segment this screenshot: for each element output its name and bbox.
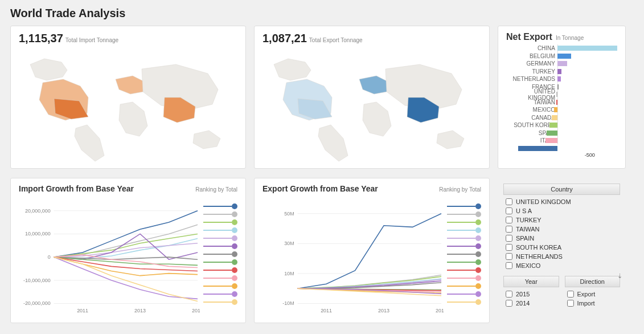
country-filter-label: TURKEY [516,217,542,223]
svg-text:-20,000,000: -20,000,000 [23,300,51,306]
import-growth-title: Import Growth from Base Year [19,184,134,193]
import-world-map[interactable] [19,48,237,162]
country-filter-checkbox[interactable] [506,262,512,269]
export-growth-ranking[interactable] [447,201,481,317]
export-growth-chart[interactable]: 50M30M10M-10M201120132015 [262,201,444,317]
country-filter-item[interactable]: NETHERLANDS [503,252,620,261]
country-filter-item[interactable]: U S A [503,206,620,215]
ranking-item[interactable] [203,291,237,297]
ranking-item[interactable] [447,275,481,281]
direction-filter-header[interactable]: Direction [565,276,621,287]
import-growth-card: Import Growth from Base Year Ranking by … [10,178,246,323]
scroll-down-icon[interactable]: ⇣ [617,272,622,280]
country-filter-label: MEXICO [516,262,540,269]
net-export-chart[interactable]: CHINABELGIUMGERMANYTURKEYNETHERLANDSFRAN… [506,44,617,152]
net-export-row[interactable]: NETHERLANDS [506,75,617,83]
country-filter-checkbox[interactable] [506,198,512,205]
export-growth-card: Export Growth from Base Year Ranking by … [254,178,490,323]
net-export-country-label: GERMANY [506,60,557,67]
year-filter-checkbox[interactable] [506,291,512,298]
country-filter-label: SOUTH KOREA [516,244,561,251]
ranking-item[interactable] [447,227,481,233]
country-filter-item[interactable]: UNITED KINGDOM [503,197,620,206]
direction-filter-item[interactable]: Export [565,290,621,299]
country-filter-item[interactable]: MEXICO [503,261,620,270]
svg-text:-10M: -10M [282,300,294,306]
net-export-row[interactable]: MEXICO [506,106,617,114]
svg-text:30M: 30M [284,241,294,246]
ranking-item[interactable] [203,267,237,273]
ranking-item[interactable] [203,259,237,265]
import-growth-ranking[interactable] [203,201,237,317]
direction-filter-checkbox[interactable] [567,291,574,298]
ranking-item[interactable] [447,251,481,257]
net-export-row[interactable]: TURKEY [506,68,617,76]
country-filter-item[interactable]: TURKEY [503,215,620,225]
net-export-row[interactable]: CANADA [506,114,617,122]
svg-text:2013: 2013 [378,308,389,313]
year-filter-item[interactable]: 2015 [503,290,559,299]
country-filter-checkbox[interactable] [506,253,512,260]
net-export-row[interactable]: BELGIUM [506,52,617,60]
country-filter-item[interactable]: TAIWAN [503,225,620,234]
net-export-row[interactable]: SOUTH KOREA [506,121,617,129]
ranking-item[interactable] [447,243,481,249]
country-filter-label: U S A [516,207,532,214]
ranking-item[interactable] [203,211,237,217]
country-filter-header[interactable]: Country [503,184,620,195]
ranking-item[interactable] [447,203,481,209]
net-export-row[interactable]: SPAIN [506,129,617,137]
net-export-row[interactable]: GERMANY [506,60,617,68]
ranking-item[interactable] [203,203,237,209]
ranking-item[interactable] [447,259,481,265]
direction-filter-item[interactable]: Import [565,299,621,308]
svg-text:2013: 2013 [134,308,146,313]
net-export-country-label: NETHERLANDS [506,76,557,82]
svg-text:0: 0 [48,254,51,260]
net-export-row[interactable]: CHINA [506,44,617,52]
country-filter-checkbox[interactable] [506,226,512,233]
ranking-item[interactable] [447,219,481,225]
net-export-row[interactable]: ITALY [506,137,617,145]
direction-filter-label: Import [577,300,595,307]
ranking-item[interactable] [447,283,481,289]
ranking-item[interactable] [447,267,481,273]
net-export-row[interactable]: UNITED KINGDOM [506,91,617,99]
ranking-item[interactable] [447,211,481,217]
ranking-item[interactable] [203,219,237,225]
ranking-item[interactable] [447,299,481,305]
year-filter-header[interactable]: Year [503,276,559,287]
year-filter-label: 2014 [516,300,530,307]
import-growth-chart[interactable]: 20,000,00010,000,0000-10,000,000-20,000,… [19,201,200,317]
country-filter-item[interactable]: SOUTH KOREA [503,243,620,252]
ranking-item[interactable] [447,235,481,241]
country-filter-checkbox[interactable] [506,244,512,251]
net-export-country-label: CANADA [506,115,557,121]
export-growth-title: Export Growth from Base Year [262,184,378,193]
export-tonnage-label: Total Export Tonnage [309,37,363,43]
svg-text:2015: 2015 [436,308,444,313]
ranking-item[interactable] [203,227,237,233]
country-filter-checkbox[interactable] [506,235,512,242]
net-export-subtitle: In Tonnage [556,35,584,41]
export-world-map[interactable] [262,48,481,162]
year-filter-item[interactable]: 2014 [503,299,559,308]
ranking-item[interactable] [203,299,237,305]
import-map-card: 1,115,37 Total Import Tonnage [10,26,246,169]
net-export-row[interactable]: U S A [506,145,617,153]
ranking-item[interactable] [203,235,237,241]
year-filter-checkbox[interactable] [506,300,512,307]
net-export-country-label: TURKEY [506,68,557,75]
ranking-item[interactable] [203,251,237,257]
ranking-item[interactable] [447,291,481,297]
net-export-country-label: MEXICO [506,107,557,113]
ranking-item[interactable] [203,243,237,249]
ranking-item[interactable] [203,283,237,289]
direction-filter-checkbox[interactable] [567,300,574,307]
country-filter-item[interactable]: SPAIN [503,234,620,243]
svg-text:2011: 2011 [77,308,88,313]
country-filter-checkbox[interactable] [506,217,512,223]
net-export-row[interactable]: TAIWAN [506,99,617,107]
country-filter-checkbox[interactable] [506,207,512,214]
ranking-item[interactable] [203,275,237,281]
